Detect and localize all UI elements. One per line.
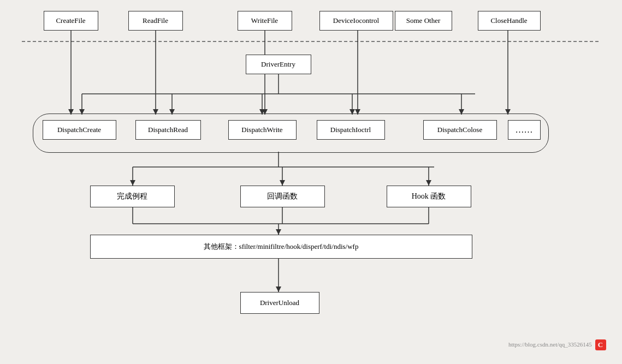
dispatchread-box: DispatchRead: [135, 120, 201, 140]
deviceiocontrol-box: DeviceIocontrol: [319, 11, 393, 31]
svg-marker-26: [130, 180, 135, 186]
completion-box: 完成例程: [90, 186, 175, 207]
someother-box: Some Other: [395, 11, 452, 31]
closehandle-box: CloseHandle: [478, 11, 541, 31]
readfile-box: ReadFile: [128, 11, 183, 31]
dispatchcolose-box: DispatchColose: [423, 120, 497, 140]
driverunload-box: DriverUnload: [240, 292, 319, 314]
dispatchwrite-box: DispatchWrite: [228, 120, 297, 140]
svg-marker-30: [426, 180, 431, 186]
diagram-container: CreateFile ReadFile WriteFile DeviceIoco…: [11, 5, 612, 355]
createfile-box: CreateFile: [44, 11, 98, 31]
svg-marker-38: [276, 287, 281, 292]
dots-box: ……: [508, 120, 541, 140]
callback-box: 回调函数: [240, 186, 325, 207]
dispatchioctrl-box: DispatchIoctrl: [317, 120, 385, 140]
writefile-box: WriteFile: [238, 11, 292, 31]
driverentry-box: DriverEntry: [246, 55, 311, 74]
svg-marker-28: [280, 180, 285, 186]
watermark: https://blog.csdn.net/qq_33526145: [508, 339, 606, 350]
hook-box: Hook 函数: [387, 186, 471, 207]
svg-marker-36: [276, 229, 281, 235]
csdn-logo: [595, 339, 606, 350]
framework-box: 其他框架：sfilter/minifiltre/hook/disperf/tdi…: [90, 235, 472, 259]
dispatchcreate-box: DispatchCreate: [43, 120, 116, 140]
